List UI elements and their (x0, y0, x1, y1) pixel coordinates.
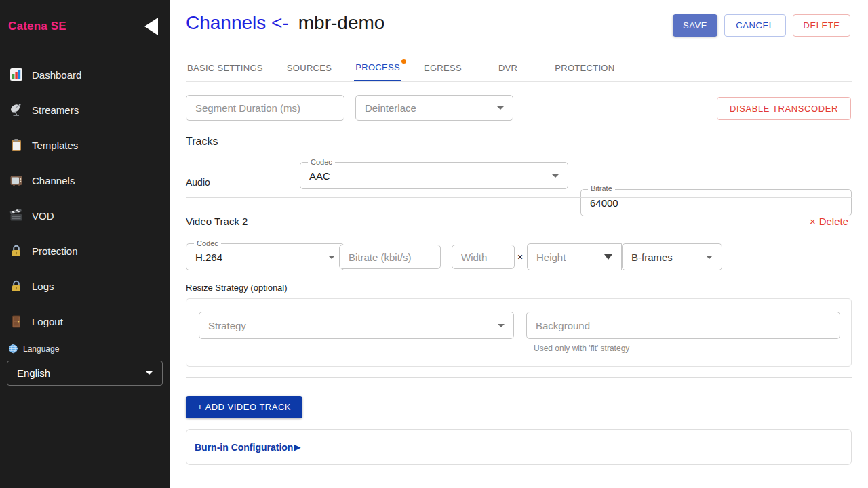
language-block: Language English (7, 344, 163, 386)
sidebar-item-channels[interactable]: Channels (0, 163, 170, 198)
tab-egress[interactable]: EGRESS (422, 54, 463, 81)
sidebar-item-templates[interactable]: Templates (0, 127, 170, 163)
breadcrumb-channels-link[interactable]: Channels <- (186, 12, 289, 34)
sidebar: Catena SE Dashboard Streamers Templates … (0, 0, 170, 488)
door-icon (9, 314, 23, 328)
tab-dvr[interactable]: DVR (497, 54, 519, 81)
close-x-icon: × (810, 216, 816, 227)
sidebar-item-label: Logout (32, 316, 63, 327)
tab-sources[interactable]: SOURCES (285, 54, 333, 81)
language-select[interactable]: English (7, 361, 163, 386)
lock-icon (9, 279, 23, 293)
page-header: Channels <- mbr-demo (186, 12, 384, 34)
disable-transcoder-button[interactable]: DISABLE TRANSCODER (717, 97, 851, 120)
collapse-sidebar-button[interactable] (141, 17, 161, 36)
background-input[interactable] (526, 312, 840, 339)
tracks-heading: Tracks (186, 136, 218, 148)
sidebar-item-logout[interactable]: Logout (0, 304, 170, 339)
resize-strategy-panel: Strategy Used only with 'fit' strategy (186, 298, 852, 367)
bframes-label: B-frames (631, 251, 673, 263)
header-actions: SAVE CANCEL DELETE (673, 14, 850, 37)
bframes-select[interactable]: B-frames (622, 243, 722, 270)
chevron-down-icon (706, 256, 713, 259)
tabbar: BASIC SETTINGS SOURCES PROCESS EGRESS DV… (186, 54, 852, 82)
chevron-down-icon (328, 256, 335, 259)
sidebar-brand-row: Catena SE (8, 16, 161, 37)
main-content: Channels <- mbr-demo SAVE CANCEL DELETE … (170, 0, 868, 488)
language-label: Language (23, 344, 59, 354)
audio-bitrate-field-label: Bitrate (588, 184, 615, 193)
clapperboard-icon (9, 209, 23, 222)
sidebar-item-vod[interactable]: VOD (0, 198, 170, 233)
language-label-row: Language (7, 344, 163, 354)
audio-codec-select[interactable]: Codec AAC (300, 162, 568, 189)
segment-duration-input[interactable] (186, 95, 344, 121)
process-tab-badge (401, 59, 406, 64)
sidebar-item-label: Channels (32, 175, 75, 186)
tv-icon (9, 174, 23, 187)
delete-video-track-label: Delete (819, 216, 848, 227)
collapse-left-triangle-icon (144, 18, 158, 35)
sidebar-item-label: Protection (32, 245, 78, 257)
language-selected-value: English (17, 367, 50, 379)
video-height-placeholder: Height (536, 251, 566, 263)
strategy-placeholder: Strategy (208, 320, 246, 331)
resize-strategy-heading: Resize Strategy (optional) (186, 283, 288, 293)
chevron-down-icon (497, 106, 504, 110)
sidebar-item-label: Logs (32, 281, 54, 292)
video-codec-field-label: Codec (194, 239, 221, 248)
expand-right-arrow-icon: ▶ (294, 442, 300, 452)
app-window: Catena SE Dashboard Streamers Templates … (0, 0, 868, 488)
globe-icon (8, 344, 18, 354)
add-video-track-button[interactable]: + ADD VIDEO TRACK (186, 396, 302, 418)
video-height-select[interactable]: Height (527, 243, 622, 270)
satellite-icon (9, 103, 23, 117)
audio-track-label: Audio (186, 177, 210, 188)
video-track-title: Video Track 2 (186, 216, 248, 227)
audio-codec-value: AAC (309, 170, 330, 182)
section-divider (186, 377, 852, 378)
clipboard-icon (9, 138, 23, 152)
sidebar-item-label: VOD (32, 210, 54, 222)
sidebar-item-label: Templates (32, 140, 78, 151)
video-width-input[interactable] (452, 245, 515, 269)
strategy-select[interactable]: Strategy (199, 312, 514, 339)
tab-protection[interactable]: PROTECTION (553, 54, 616, 81)
bar-chart-icon (9, 68, 23, 81)
chevron-down-icon (146, 371, 153, 375)
deinterlace-placeholder: Deinterlace (365, 102, 416, 114)
video-codec-value: H.264 (195, 251, 222, 263)
sidebar-item-label: Dashboard (32, 69, 81, 81)
lock-icon (9, 244, 23, 258)
tab-process-label: PROCESS (355, 62, 400, 73)
sidebar-item-protection[interactable]: Protection (0, 233, 170, 268)
tab-process[interactable]: PROCESS (354, 54, 401, 81)
video-codec-select[interactable]: Codec H.264 (186, 243, 344, 270)
deinterlace-select[interactable]: Deinterlace (355, 95, 513, 121)
sidebar-item-streamers[interactable]: Streamers (0, 92, 170, 127)
tab-basic-settings[interactable]: BASIC SETTINGS (186, 54, 264, 81)
brand-logo: Catena SE (8, 20, 66, 33)
burn-in-configuration-label: Burn-in Configuration (195, 442, 293, 453)
sidebar-nav: Dashboard Streamers Templates Channels V… (0, 57, 170, 339)
sidebar-item-label: Streamers (32, 104, 79, 116)
audio-codec-field-label: Codec (308, 158, 335, 167)
sidebar-item-logs[interactable]: Logs (0, 268, 170, 304)
save-button[interactable]: SAVE (673, 14, 717, 37)
page-title: mbr-demo (298, 12, 385, 34)
video-bitrate-input[interactable] (339, 245, 441, 269)
audio-bitrate-input[interactable] (580, 189, 852, 216)
background-helper-text: Used only with 'fit' strategy (534, 344, 629, 353)
dimension-separator: × (517, 251, 523, 262)
delete-video-track-button[interactable]: × Delete (810, 216, 848, 227)
cancel-button[interactable]: CANCEL (724, 14, 786, 37)
dropdown-triangle-icon (604, 254, 612, 260)
chevron-down-icon (552, 174, 559, 178)
chevron-down-icon (498, 324, 505, 327)
sidebar-item-dashboard[interactable]: Dashboard (0, 57, 170, 92)
delete-button[interactable]: DELETE (793, 14, 850, 37)
audio-bitrate-field: Bitrate (580, 189, 852, 216)
section-divider (186, 197, 852, 198)
burn-in-configuration-expander[interactable]: Burn-in Configuration ▶ (186, 429, 852, 465)
